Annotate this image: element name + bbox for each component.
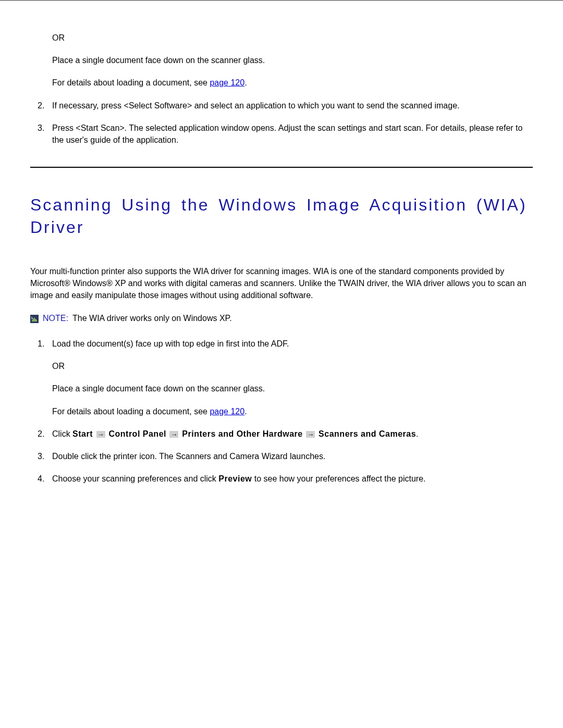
list-number: 3. bbox=[38, 122, 52, 146]
details-line: For details about loading a document, se… bbox=[52, 77, 533, 89]
list-number: 2. bbox=[38, 428, 52, 440]
list-number: 3. bbox=[38, 450, 52, 462]
details-suffix: . bbox=[244, 78, 247, 87]
item1-text: Load the document(s) face up with top ed… bbox=[52, 338, 533, 350]
intro-paragraph: Your multi-function printer also support… bbox=[30, 265, 533, 302]
page-link[interactable]: page 120 bbox=[210, 407, 244, 416]
period: . bbox=[416, 429, 418, 438]
list-item-2: 2. If necessary, press <Select Software>… bbox=[30, 100, 533, 112]
list-item-1: 1. Load the document(s) face up with top… bbox=[30, 338, 533, 417]
preview-label: Preview bbox=[218, 474, 252, 483]
start-label: Start bbox=[72, 429, 93, 438]
list-body: Load the document(s) face up with top ed… bbox=[52, 338, 533, 417]
details-prefix: For details about loading a document, se… bbox=[52, 78, 210, 87]
note-label: NOTE: bbox=[43, 314, 68, 323]
list-body: Double click the printer icon. The Scann… bbox=[52, 450, 533, 462]
list-body: Choose your scanning preferences and cli… bbox=[52, 473, 533, 485]
list-body: If necessary, press <Select Software> an… bbox=[52, 100, 533, 112]
control-panel-label: Control Panel bbox=[106, 429, 166, 438]
note-text: The WIA driver works only on Windows XP. bbox=[70, 314, 232, 323]
item4-prefix: Choose your scanning preferences and cli… bbox=[52, 474, 218, 483]
arrow-icon: → bbox=[96, 431, 105, 438]
list-item-4: 4. Choose your scanning preferences and … bbox=[30, 473, 533, 485]
list-body: Click Start → Control Panel → Printers a… bbox=[52, 428, 533, 440]
page-link[interactable]: page 120 bbox=[210, 78, 244, 87]
instruction-text: Place a single document face down on the… bbox=[52, 54, 533, 66]
scanners-cameras-label: Scanners and Cameras bbox=[316, 429, 416, 438]
list-number: 4. bbox=[38, 473, 52, 485]
list-number: 1. bbox=[38, 338, 52, 417]
details-line: For details about loading a document, se… bbox=[52, 405, 533, 417]
details-prefix: For details about loading a document, se… bbox=[52, 407, 210, 416]
item4-suffix: to see how your preferences affect the p… bbox=[252, 474, 425, 483]
printers-hardware-label: Printers and Other Hardware bbox=[179, 429, 302, 438]
list-body: Press <Start Scan>. The selected applica… bbox=[52, 122, 533, 146]
arrow-icon: → bbox=[169, 431, 178, 438]
list-item-2: 2. Click Start → Control Panel → Printer… bbox=[30, 428, 533, 440]
note-icon bbox=[30, 315, 39, 323]
document-page: OR Place a single document face down on … bbox=[0, 0, 563, 516]
click-label: Click bbox=[52, 429, 72, 438]
list-number: 2. bbox=[38, 100, 52, 112]
instruction-text: Place a single document face down on the… bbox=[52, 382, 533, 394]
list-item-3: 3. Press <Start Scan>. The selected appl… bbox=[30, 122, 533, 146]
details-suffix: . bbox=[244, 407, 247, 416]
note-block: NOTE: The WIA driver works only on Windo… bbox=[30, 314, 533, 323]
note-text-wrap: NOTE: The WIA driver works only on Windo… bbox=[43, 314, 232, 323]
or-label: OR bbox=[52, 360, 533, 372]
section-heading: Scanning Using the Windows Image Acquisi… bbox=[30, 194, 533, 239]
arrow-icon: → bbox=[306, 431, 315, 438]
list-item-3: 3. Double click the printer icon. The Sc… bbox=[30, 450, 533, 462]
section-divider bbox=[30, 167, 533, 168]
or-label: OR bbox=[52, 32, 533, 44]
